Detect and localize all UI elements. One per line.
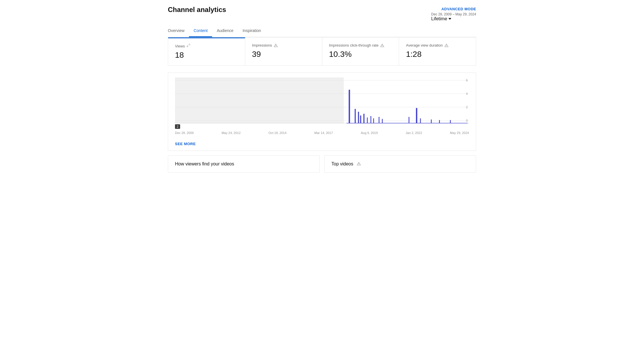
chart-svg: 6 4 2 0 xyxy=(175,77,469,129)
x-label-3: Mar 14, 2017 xyxy=(314,131,333,135)
x-label-2: Oct 18, 2014 xyxy=(269,131,287,135)
svg-rect-29 xyxy=(373,118,374,123)
svg-point-5 xyxy=(275,46,276,46)
metric-card-views[interactable]: Views 18 xyxy=(168,37,245,65)
svg-rect-12 xyxy=(175,77,344,123)
svg-rect-28 xyxy=(371,116,371,123)
page-title: Channel analytics xyxy=(168,6,226,14)
ctr-label: Impressions click-through rate xyxy=(329,43,379,47)
lifetime-text: Lifetime xyxy=(431,16,447,21)
svg-rect-23 xyxy=(355,109,356,123)
impressions-label: Impressions xyxy=(252,43,272,47)
impressions-value: 39 xyxy=(252,50,315,59)
date-range-label: Dec 28, 2009 – May 29, 2024 xyxy=(431,12,476,16)
x-label-4: Aug 9, 2019 xyxy=(361,131,378,135)
svg-rect-30 xyxy=(379,117,379,123)
x-label-1: May 24, 2012 xyxy=(222,131,241,135)
svg-text:4: 4 xyxy=(466,92,468,95)
chart-section: 6 4 2 0 xyxy=(168,73,476,151)
svg-rect-32 xyxy=(408,117,409,123)
avg-duration-info-icon xyxy=(444,43,448,47)
metric-card-ctr[interactable]: Impressions click-through rate 10.3% xyxy=(322,37,399,65)
x-label-5: Jan 2, 2022 xyxy=(406,131,422,135)
svg-point-8 xyxy=(382,46,382,46)
chart-badge: 2 xyxy=(175,124,180,129)
metric-card-avg-duration[interactable]: Average view duration 1:28 xyxy=(399,37,476,65)
svg-rect-37 xyxy=(450,120,451,123)
svg-rect-31 xyxy=(382,119,383,123)
svg-rect-25 xyxy=(360,115,361,123)
see-more-row: SEE MORE xyxy=(168,138,476,151)
bottom-cards-row: How viewers find your videos Top videos xyxy=(168,155,476,173)
bottom-card-top-videos: Top videos xyxy=(324,155,476,173)
avg-duration-value: 1:28 xyxy=(406,50,469,59)
svg-rect-34 xyxy=(420,118,421,123)
avg-duration-label: Average view duration xyxy=(406,43,442,47)
views-value: 18 xyxy=(175,51,238,60)
chart-area: 6 4 2 0 xyxy=(175,77,469,129)
tab-content[interactable]: Content xyxy=(189,25,212,37)
impressions-info-icon xyxy=(274,43,278,47)
ctr-value: 10.3% xyxy=(329,50,392,59)
tab-overview[interactable]: Overview xyxy=(168,25,189,37)
svg-rect-36 xyxy=(439,120,440,123)
svg-text:2: 2 xyxy=(466,105,468,109)
x-label-6: May 29, 2024 xyxy=(450,131,469,135)
metric-card-impressions[interactable]: Impressions 39 xyxy=(245,37,322,65)
ctr-info-icon xyxy=(380,43,384,47)
svg-rect-33 xyxy=(416,108,417,123)
svg-text:6: 6 xyxy=(466,79,468,82)
top-videos-info-icon xyxy=(357,162,361,167)
svg-rect-27 xyxy=(367,117,368,123)
advanced-mode-button[interactable]: ADVANCED MODE xyxy=(441,7,476,11)
find-videos-title: How viewers find your videos xyxy=(175,161,234,167)
views-info-icon xyxy=(186,44,190,48)
svg-point-41 xyxy=(359,164,359,165)
svg-rect-35 xyxy=(431,119,432,123)
svg-rect-26 xyxy=(363,114,365,123)
tab-inspiration[interactable]: Inspiration xyxy=(238,25,266,37)
views-label: Views xyxy=(175,44,185,48)
tab-audience[interactable]: Audience xyxy=(212,25,238,37)
svg-point-2 xyxy=(190,45,190,45)
chevron-down-icon xyxy=(448,18,451,20)
svg-rect-24 xyxy=(358,112,359,123)
metrics-row: Views 18 Impressi xyxy=(168,37,476,66)
top-videos-title: Top videos xyxy=(331,161,353,167)
tabs-row: Overview Content Audience Inspiration xyxy=(168,25,476,37)
see-more-button[interactable]: SEE MORE xyxy=(175,142,196,146)
x-axis-labels: Dec 28, 2009 May 24, 2012 Oct 18, 2014 M… xyxy=(175,129,469,138)
svg-text:0: 0 xyxy=(466,119,468,122)
svg-rect-22 xyxy=(349,90,350,123)
bottom-card-find-videos: How viewers find your videos xyxy=(168,155,320,173)
x-label-0: Dec 28, 2009 xyxy=(175,131,194,135)
svg-point-11 xyxy=(446,46,446,46)
lifetime-dropdown[interactable]: Lifetime xyxy=(431,16,476,21)
